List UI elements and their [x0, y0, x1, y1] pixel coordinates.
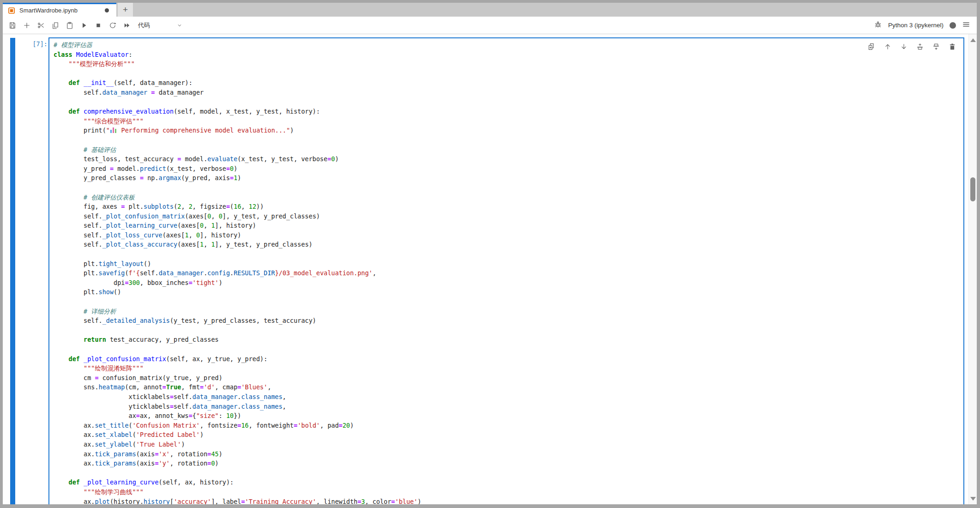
code-line: """绘制混淆矩阵""" [54, 363, 959, 373]
code-line: test_loss, test_accuracy = model.evaluat… [54, 154, 959, 164]
run-cell-button[interactable] [77, 18, 91, 32]
insert-cell-below-button[interactable] [932, 42, 940, 51]
tab-bar: SmartWardrobe.ipynb + [3, 3, 977, 17]
code-line: def comprehensive_evaluation(self, model… [54, 107, 959, 116]
arrow-up-icon [884, 42, 892, 51]
save-button[interactable] [5, 18, 19, 32]
code-cell-editor[interactable]: # 模型评估器class ModelEvaluator: """模型评估和分析"… [48, 37, 964, 504]
cut-cells-button[interactable] [34, 18, 48, 32]
new-tab-button[interactable]: + [118, 3, 133, 17]
code-line: def _plot_confusion_matrix(self, ax, y_t… [54, 354, 959, 364]
kernel-indicator-group: Python 3 (ipykernel) [874, 20, 970, 30]
code-line: plt.show() [54, 287, 959, 297]
code-line [54, 326, 959, 335]
active-cell-indicator-bar[interactable] [10, 38, 15, 504]
delete-cell-button[interactable] [948, 42, 956, 51]
fast-forward-icon [123, 21, 131, 30]
notebook-toolbar: 代码 Python 3 (ipykernel) [3, 17, 977, 34]
code-line: self._plot_learning_curve(axes[0, 1], hi… [54, 221, 959, 230]
hamburger-icon [962, 20, 970, 29]
code-line: self._plot_class_accuracy(axes[1, 1], y_… [54, 240, 959, 249]
restart-kernel-button[interactable] [105, 18, 120, 32]
code-line: ax=ax, annot_kws={"size": 10}) [54, 411, 959, 421]
triangle-up-icon [970, 38, 976, 42]
bug-icon [874, 20, 882, 29]
arrow-down-icon [900, 42, 908, 51]
cell-toolbar [866, 42, 957, 52]
code-line: return test_accuracy, y_pred_classes [54, 335, 959, 345]
code-line: y_pred = model.predict(x_test, verbose=0… [54, 164, 959, 174]
paste-cells-button[interactable] [62, 18, 77, 32]
duplicate-cell-button[interactable] [867, 42, 876, 51]
insert-cell-button[interactable] [19, 18, 34, 32]
code-line: self.data_manager = data_manager [54, 88, 959, 97]
code-line [54, 345, 959, 354]
cell-type-label: 代码 [138, 21, 150, 30]
code-line: """模型评估和分析""" [54, 59, 959, 69]
code-line: xticklabels=self.data_manager.class_name… [54, 392, 959, 402]
menu-button[interactable] [962, 20, 970, 30]
debugger-button[interactable] [874, 20, 882, 30]
code-line [54, 249, 959, 259]
code-line: # 详细分析 [54, 307, 959, 316]
notebook-file-icon [8, 7, 15, 14]
kernel-status-icon[interactable] [950, 22, 956, 29]
clipboard-icon [66, 21, 74, 30]
copy-icon [51, 21, 60, 30]
kernel-name[interactable]: Python 3 (ipykernel) [888, 22, 944, 29]
scrollbar-thumb[interactable] [970, 177, 975, 201]
bar-chart-emoji [110, 127, 117, 133]
code-content[interactable]: # 模型评估器class ModelEvaluator: """模型评估和分析"… [49, 38, 963, 504]
scissors-icon [37, 21, 45, 30]
code-line: """绘制学习曲线""" [54, 487, 959, 497]
app-window: SmartWardrobe.ipynb + [3, 3, 977, 504]
chevron-down-icon [176, 22, 183, 29]
move-cell-up-button[interactable] [884, 42, 892, 51]
code-line: ax.set_ylabel('True Label') [54, 440, 959, 449]
notebook-tab[interactable]: SmartWardrobe.ipynb [3, 3, 116, 17]
code-line: sns.heatmap(cm, annot=True, fmt='d', cma… [54, 382, 959, 392]
move-cell-down-button[interactable] [900, 42, 908, 51]
code-line: yticklabels=self.data_manager.class_name… [54, 402, 959, 411]
code-line: ax.plot(history.history['accuracy'], lab… [54, 497, 959, 505]
code-line: self._plot_loss_curve(axes[1, 0], histor… [54, 230, 959, 240]
code-line: cm = confusion_matrix(y_true, y_pred) [54, 373, 959, 383]
code-line: # 模型评估器 [54, 40, 959, 50]
restart-icon [108, 21, 117, 30]
cell-type-dropdown[interactable]: 代码 [138, 21, 183, 30]
code-line [54, 135, 959, 145]
code-line: print(" Performing comprehensive model e… [54, 126, 959, 135]
code-line: ax.set_title('Confusion Matrix', fontsiz… [54, 421, 959, 430]
notebook-scrollbar[interactable] [968, 34, 977, 504]
restart-run-all-button[interactable] [120, 18, 134, 32]
code-line: plt.savefig(f'{self.data_manager.config.… [54, 268, 959, 278]
code-line [54, 69, 959, 79]
scrollbar-up-arrow[interactable] [969, 36, 977, 44]
code-line: """综合模型评估""" [54, 116, 959, 126]
code-line: # 基础评估 [54, 145, 959, 155]
insert-above-icon [916, 42, 924, 51]
plus-icon [23, 21, 31, 30]
code-line: y_pred_classes = np.argmax(y_pred, axis=… [54, 173, 959, 183]
duplicate-cell-icon [867, 42, 876, 51]
code-line: def __init__(self, data_manager): [54, 78, 959, 88]
copy-cells-button[interactable] [48, 18, 62, 32]
execution-count: [7]: [17, 40, 48, 48]
code-line: ax.tick_params(axis='y', rotation=0) [54, 459, 959, 468]
code-line [54, 297, 959, 307]
code-line [54, 97, 959, 107]
insert-cell-above-button[interactable] [916, 42, 924, 51]
play-icon [80, 21, 88, 30]
code-line: ax.set_xlabel('Predicted Label') [54, 430, 959, 440]
insert-below-icon [932, 42, 940, 51]
code-line: ax.tick_params(axis='x', rotation=45) [54, 449, 959, 459]
code-line [54, 468, 959, 478]
code-line [54, 183, 959, 193]
code-line: self._plot_confusion_matrix(axes[0, 0], … [54, 212, 959, 221]
scrollbar-down-arrow[interactable] [969, 495, 977, 502]
interrupt-kernel-button[interactable] [91, 18, 105, 32]
notebook-area: [7]: # 模型评估器class ModelEvaluator: """模型评… [3, 34, 977, 504]
code-line: class ModelEvaluator: [54, 50, 959, 60]
trash-icon [948, 42, 956, 51]
window-frame: SmartWardrobe.ipynb + [0, 0, 980, 508]
